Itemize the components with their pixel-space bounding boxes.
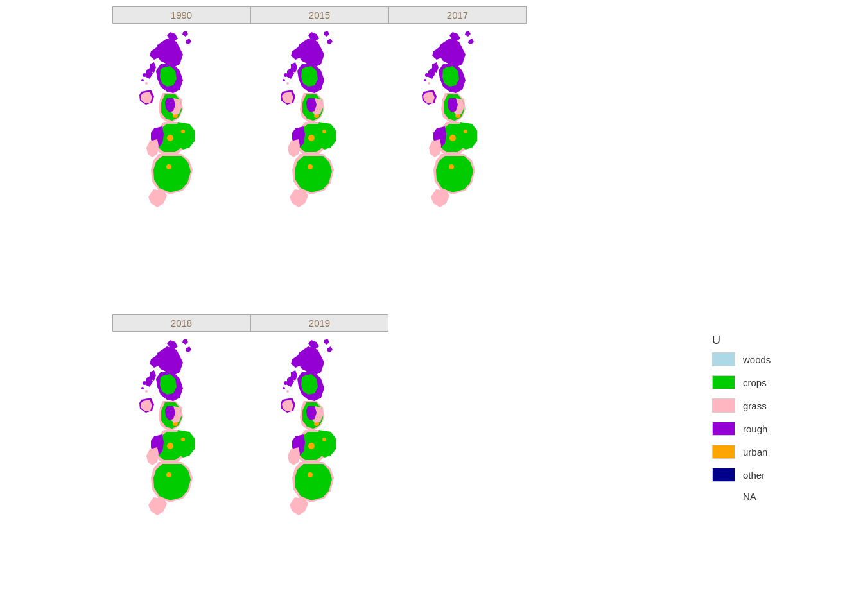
svg-point-23 [181,438,185,441]
legend-label-grass: grass [743,400,767,411]
svg-point-33 [283,387,285,389]
svg-point-8 [308,164,313,169]
svg-point-26 [141,387,144,389]
legend-swatch-other [712,468,735,482]
year-header-2015: 2015 [250,6,388,24]
svg-point-9 [322,130,326,133]
year-header-1990: 1990 [112,6,250,24]
svg-point-15 [449,164,454,169]
map-2018 [106,337,244,587]
svg-point-22 [166,472,171,477]
legend-na: NA [743,491,828,502]
legend-label-crops: crops [743,377,767,388]
legend-item-other: other [712,468,828,482]
legend-item-rough: rough [712,422,828,436]
map-2019 [247,337,385,587]
svg-point-34 [286,390,289,393]
legend-label-woods: woods [743,354,771,365]
svg-point-27 [145,390,148,393]
year-headers-row1: 1990 2015 2017 [112,6,543,24]
year-headers-row2: 2018 2019 [112,314,392,332]
svg-point-6 [145,82,148,85]
map-2017 [388,29,527,279]
svg-point-29 [308,472,313,477]
maps-row2 [106,337,385,587]
svg-point-16 [464,130,467,133]
legend-label-urban: urban [743,447,767,458]
year-header-2018: 2018 [112,314,250,332]
legend-item-woods: woods [712,352,828,366]
legend-item-urban: urban [712,445,828,459]
legend-item-crops: crops [712,375,828,389]
legend-swatch-woods [712,352,735,366]
svg-point-14 [449,135,456,141]
legend-swatch-urban [712,445,735,459]
svg-point-2 [181,130,185,133]
legend-label-rough: rough [743,424,767,434]
main-container: 1990 2015 2017 [0,0,863,616]
year-header-2017: 2017 [388,6,527,24]
svg-point-5 [141,79,144,81]
year-header-2019: 2019 [250,314,388,332]
svg-point-18 [425,73,429,77]
svg-point-0 [167,135,173,141]
legend-item-grass: grass [712,398,828,413]
maps-row1 [106,29,527,279]
svg-point-30 [322,438,326,441]
svg-point-12 [283,79,285,81]
svg-point-4 [143,73,146,77]
svg-point-20 [428,82,430,85]
legend-label-other: other [743,470,765,481]
legend: U woods crops grass rough urban other NA [712,334,828,502]
svg-point-19 [424,79,426,81]
legend-title: U [712,334,828,347]
legend-swatch-grass [712,398,735,413]
svg-point-32 [284,381,288,385]
svg-point-1 [166,164,171,169]
svg-point-25 [143,381,146,385]
legend-swatch-crops [712,375,735,389]
map-1990 [106,29,244,279]
svg-point-21 [167,443,173,449]
svg-point-7 [308,135,315,141]
svg-point-28 [308,443,315,449]
svg-point-13 [286,82,289,85]
map-2015 [247,29,385,279]
legend-swatch-rough [712,422,735,436]
svg-point-11 [284,73,288,77]
